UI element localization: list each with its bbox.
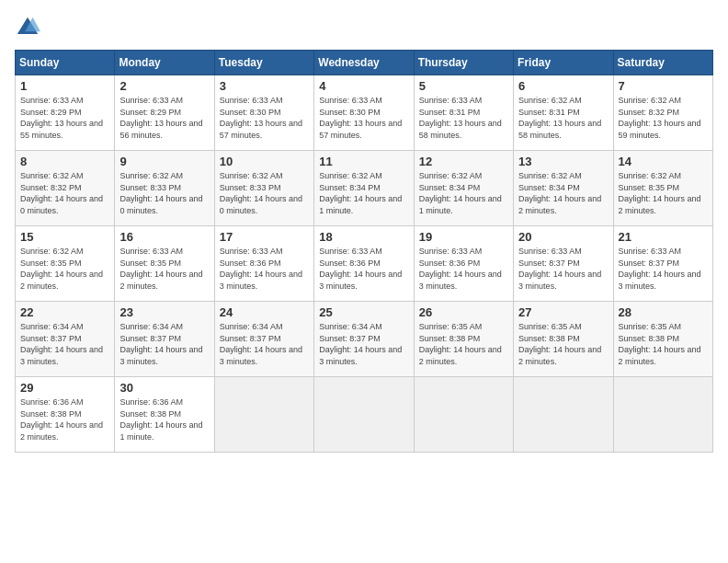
calendar-cell: 15Sunrise: 6:32 AMSunset: 8:35 PMDayligh… [16, 226, 115, 302]
calendar-cell [514, 377, 613, 453]
calendar-cell: 18Sunrise: 6:33 AMSunset: 8:36 PMDayligh… [314, 226, 414, 302]
logo-icon [15, 15, 40, 40]
calendar-cell [414, 377, 513, 453]
day-detail: Sunrise: 6:33 AMSunset: 8:36 PMDaylight:… [220, 246, 309, 292]
day-detail: Sunrise: 6:32 AMSunset: 8:34 PMDaylight:… [518, 170, 608, 216]
calendar-cell: 13Sunrise: 6:32 AMSunset: 8:34 PMDayligh… [514, 151, 613, 226]
day-detail: Sunrise: 6:33 AMSunset: 8:31 PMDaylight:… [419, 95, 508, 141]
day-number: 27 [518, 305, 608, 319]
calendar-cell: 24Sunrise: 6:34 AMSunset: 8:37 PMDayligh… [214, 302, 313, 377]
calendar-cell: 4Sunrise: 6:33 AMSunset: 8:30 PMDaylight… [314, 75, 414, 151]
calendar-cell: 19Sunrise: 6:33 AMSunset: 8:36 PMDayligh… [414, 226, 513, 302]
day-detail: Sunrise: 6:33 AMSunset: 8:36 PMDaylight:… [319, 246, 408, 292]
column-header-wednesday: Wednesday [314, 51, 414, 75]
column-header-friday: Friday [514, 51, 613, 75]
calendar-cell: 7Sunrise: 6:32 AMSunset: 8:32 PMDaylight… [613, 75, 712, 151]
day-detail: Sunrise: 6:35 AMSunset: 8:38 PMDaylight:… [518, 321, 608, 367]
day-detail: Sunrise: 6:33 AMSunset: 8:35 PMDaylight:… [119, 246, 209, 292]
day-detail: Sunrise: 6:34 AMSunset: 8:37 PMDaylight:… [119, 321, 209, 367]
day-number: 5 [419, 79, 508, 93]
calendar-cell [613, 377, 712, 453]
day-number: 11 [319, 155, 408, 168]
column-header-saturday: Saturday [613, 51, 712, 75]
calendar-cell: 30Sunrise: 6:36 AMSunset: 8:38 PMDayligh… [115, 377, 214, 453]
day-detail: Sunrise: 6:34 AMSunset: 8:37 PMDaylight:… [20, 321, 109, 367]
day-number: 28 [619, 305, 708, 319]
calendar-cell: 10Sunrise: 6:32 AMSunset: 8:33 PMDayligh… [214, 151, 313, 226]
day-detail: Sunrise: 6:35 AMSunset: 8:38 PMDaylight:… [419, 321, 508, 367]
day-detail: Sunrise: 6:36 AMSunset: 8:38 PMDaylight:… [119, 396, 209, 442]
day-number: 12 [419, 155, 508, 168]
calendar-cell: 23Sunrise: 6:34 AMSunset: 8:37 PMDayligh… [115, 302, 214, 377]
day-detail: Sunrise: 6:32 AMSunset: 8:33 PMDaylight:… [220, 170, 309, 216]
day-number: 23 [119, 305, 209, 319]
day-number: 26 [419, 305, 508, 319]
day-number: 6 [518, 79, 608, 93]
day-detail: Sunrise: 6:33 AMSunset: 8:29 PMDaylight:… [119, 95, 209, 141]
calendar-cell: 21Sunrise: 6:33 AMSunset: 8:37 PMDayligh… [613, 226, 712, 302]
day-number: 2 [119, 79, 209, 93]
calendar-cell: 16Sunrise: 6:33 AMSunset: 8:35 PMDayligh… [115, 226, 214, 302]
day-detail: Sunrise: 6:32 AMSunset: 8:31 PMDaylight:… [518, 95, 608, 141]
day-number: 21 [619, 230, 708, 244]
calendar-table: SundayMondayTuesdayWednesdayThursdayFrid… [15, 50, 713, 453]
day-detail: Sunrise: 6:33 AMSunset: 8:36 PMDaylight:… [419, 246, 508, 292]
day-number: 19 [419, 230, 508, 244]
calendar-header: SundayMondayTuesdayWednesdayThursdayFrid… [16, 51, 713, 75]
calendar-cell: 5Sunrise: 6:33 AMSunset: 8:31 PMDaylight… [414, 75, 513, 151]
column-header-thursday: Thursday [414, 51, 513, 75]
calendar-cell: 26Sunrise: 6:35 AMSunset: 8:38 PMDayligh… [414, 302, 513, 377]
day-detail: Sunrise: 6:34 AMSunset: 8:37 PMDaylight:… [220, 321, 309, 367]
calendar-cell: 14Sunrise: 6:32 AMSunset: 8:35 PMDayligh… [613, 151, 712, 226]
day-detail: Sunrise: 6:32 AMSunset: 8:35 PMDaylight:… [619, 170, 708, 216]
calendar-cell [314, 377, 414, 453]
calendar-week-5: 29Sunrise: 6:36 AMSunset: 8:38 PMDayligh… [16, 377, 713, 453]
calendar-cell: 25Sunrise: 6:34 AMSunset: 8:37 PMDayligh… [314, 302, 414, 377]
day-detail: Sunrise: 6:34 AMSunset: 8:37 PMDaylight:… [319, 321, 408, 367]
calendar-cell: 6Sunrise: 6:32 AMSunset: 8:31 PMDaylight… [514, 75, 613, 151]
calendar-cell: 28Sunrise: 6:35 AMSunset: 8:38 PMDayligh… [613, 302, 712, 377]
calendar-cell [214, 377, 313, 453]
calendar-cell: 20Sunrise: 6:33 AMSunset: 8:37 PMDayligh… [514, 226, 613, 302]
day-number: 24 [220, 305, 309, 319]
day-number: 13 [518, 155, 608, 168]
calendar-body: 1Sunrise: 6:33 AMSunset: 8:29 PMDaylight… [16, 75, 713, 453]
day-number: 9 [119, 155, 209, 168]
day-number: 1 [20, 79, 109, 93]
day-number: 17 [220, 230, 309, 244]
logo [15, 15, 44, 40]
day-number: 7 [619, 79, 708, 93]
day-number: 14 [619, 155, 708, 168]
calendar-cell: 27Sunrise: 6:35 AMSunset: 8:38 PMDayligh… [514, 302, 613, 377]
day-detail: Sunrise: 6:32 AMSunset: 8:34 PMDaylight:… [419, 170, 508, 216]
day-number: 10 [220, 155, 309, 168]
day-number: 15 [20, 230, 109, 244]
day-number: 18 [319, 230, 408, 244]
calendar-cell: 11Sunrise: 6:32 AMSunset: 8:34 PMDayligh… [314, 151, 414, 226]
day-number: 29 [20, 381, 109, 395]
day-detail: Sunrise: 6:32 AMSunset: 8:32 PMDaylight:… [619, 95, 708, 141]
day-number: 22 [20, 305, 109, 319]
calendar-week-3: 15Sunrise: 6:32 AMSunset: 8:35 PMDayligh… [16, 226, 713, 302]
column-header-tuesday: Tuesday [214, 51, 313, 75]
day-number: 8 [20, 155, 109, 168]
day-detail: Sunrise: 6:33 AMSunset: 8:30 PMDaylight:… [220, 95, 309, 141]
day-detail: Sunrise: 6:32 AMSunset: 8:34 PMDaylight:… [319, 170, 408, 216]
day-number: 3 [220, 79, 309, 93]
calendar-cell: 29Sunrise: 6:36 AMSunset: 8:38 PMDayligh… [16, 377, 115, 453]
day-detail: Sunrise: 6:33 AMSunset: 8:37 PMDaylight:… [619, 246, 708, 292]
calendar-week-4: 22Sunrise: 6:34 AMSunset: 8:37 PMDayligh… [16, 302, 713, 377]
day-detail: Sunrise: 6:36 AMSunset: 8:38 PMDaylight:… [20, 396, 109, 442]
column-header-sunday: Sunday [16, 51, 115, 75]
day-detail: Sunrise: 6:33 AMSunset: 8:29 PMDaylight:… [20, 95, 109, 141]
day-detail: Sunrise: 6:33 AMSunset: 8:30 PMDaylight:… [319, 95, 408, 141]
day-detail: Sunrise: 6:32 AMSunset: 8:35 PMDaylight:… [20, 246, 109, 292]
day-detail: Sunrise: 6:33 AMSunset: 8:37 PMDaylight:… [518, 246, 608, 292]
calendar-cell: 9Sunrise: 6:32 AMSunset: 8:33 PMDaylight… [115, 151, 214, 226]
day-number: 4 [319, 79, 408, 93]
page-header [15, 15, 713, 40]
calendar-cell: 1Sunrise: 6:33 AMSunset: 8:29 PMDaylight… [16, 75, 115, 151]
calendar-cell: 2Sunrise: 6:33 AMSunset: 8:29 PMDaylight… [115, 75, 214, 151]
calendar-cell: 12Sunrise: 6:32 AMSunset: 8:34 PMDayligh… [414, 151, 513, 226]
calendar-cell: 3Sunrise: 6:33 AMSunset: 8:30 PMDaylight… [214, 75, 313, 151]
